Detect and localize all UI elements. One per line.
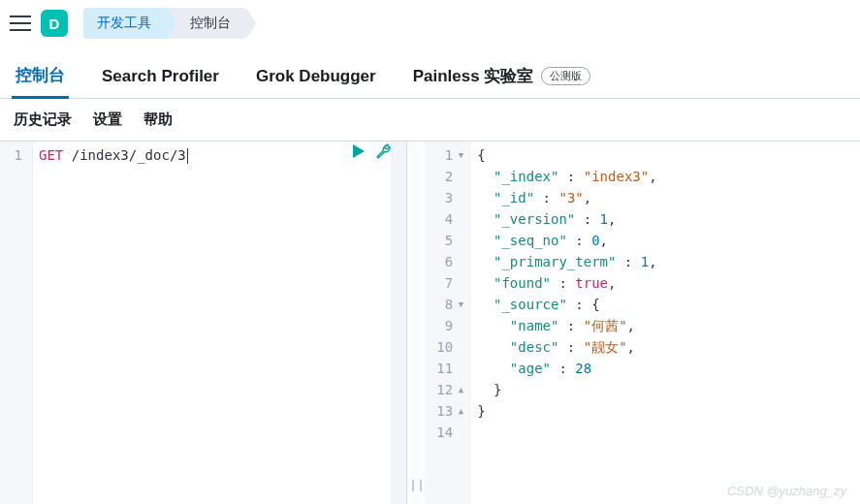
- beta-badge: 公测版: [541, 67, 590, 85]
- line-number: 1: [4, 144, 22, 166]
- code-line: "_id" : "3",: [477, 187, 854, 208]
- response-code[interactable]: { "_index" : "index3", "_id" : "3", "_ve…: [471, 142, 860, 504]
- line-number: 3: [429, 187, 467, 208]
- line-number: 11: [429, 358, 467, 379]
- code-line: "age" : 28: [477, 358, 854, 379]
- request-gutter: 1: [0, 142, 33, 504]
- line-number: 4: [429, 208, 467, 230]
- response-gutter: 1▼2345678▼9101112▲13▲14: [425, 142, 471, 504]
- breadcrumb-console[interactable]: 控制台: [167, 8, 246, 39]
- http-method: GET: [39, 147, 63, 163]
- app-badge[interactable]: D: [41, 10, 68, 37]
- top-bar: D 开发工具 控制台: [0, 0, 860, 47]
- code-line: "_source" : {: [477, 294, 854, 315]
- code-line: }: [477, 379, 854, 400]
- code-line: {: [477, 144, 854, 166]
- breadcrumb: 开发工具 控制台: [83, 8, 246, 39]
- request-path: /index3/_doc/3: [72, 147, 186, 163]
- subnav-help[interactable]: 帮助: [143, 110, 173, 129]
- tab-painless-lab-label: Painless 实验室: [413, 65, 534, 87]
- code-line: "name" : "何茜",: [477, 315, 854, 336]
- run-icon[interactable]: [352, 143, 366, 159]
- request-scrollbar[interactable]: [391, 142, 406, 504]
- breadcrumb-dev-tools[interactable]: 开发工具: [83, 8, 167, 39]
- code-line: "_seq_no" : 0,: [477, 230, 854, 251]
- request-pane[interactable]: 1 GET /index3/_doc/3: [0, 142, 407, 504]
- watermark: CSDN @yuzhang_zy: [727, 484, 846, 498]
- code-line: "_primary_term" : 1,: [477, 251, 854, 272]
- sub-nav: 历史记录 设置 帮助: [0, 99, 860, 141]
- code-line: "desc" : "靓女",: [477, 336, 854, 358]
- response-pane[interactable]: 1▼2345678▼9101112▲13▲14 { "_index" : "in…: [425, 142, 860, 504]
- line-number: 2: [429, 166, 467, 187]
- tab-grok-debugger[interactable]: Grok Debugger: [252, 57, 380, 96]
- request-code[interactable]: GET /index3/_doc/3: [33, 142, 391, 504]
- tab-bar: 控制台 Search Profiler Grok Debugger Painle…: [0, 54, 860, 99]
- line-number: 1▼: [429, 144, 467, 166]
- code-line: "_index" : "index3",: [477, 166, 854, 187]
- line-number: 9: [429, 315, 467, 336]
- line-number: 13▲: [429, 400, 467, 422]
- subnav-history[interactable]: 历史记录: [14, 110, 72, 129]
- line-number: 6: [429, 251, 467, 272]
- editor-container: 1 GET /index3/_doc/3 ❘❘ 1▼2345678▼910111…: [0, 141, 860, 504]
- line-number: 5: [429, 230, 467, 251]
- line-number: 10: [429, 336, 467, 358]
- code-line: }: [477, 400, 854, 422]
- hamburger-icon[interactable]: [10, 16, 31, 31]
- code-line: "found" : true,: [477, 272, 854, 294]
- line-number: 12▲: [429, 379, 467, 400]
- line-number: 8▼: [429, 294, 467, 315]
- tab-search-profiler[interactable]: Search Profiler: [98, 57, 223, 96]
- request-actions: [352, 143, 391, 159]
- code-line: [477, 422, 854, 443]
- code-line: "_version" : 1,: [477, 208, 854, 230]
- subnav-settings[interactable]: 设置: [93, 110, 122, 129]
- tab-console[interactable]: 控制台: [12, 54, 69, 99]
- pane-splitter[interactable]: ❘❘: [407, 142, 425, 504]
- line-number: 7: [429, 272, 467, 294]
- tab-painless-lab[interactable]: Painless 实验室 公测版: [409, 55, 595, 97]
- text-cursor: [187, 148, 188, 164]
- line-number: 14: [429, 422, 467, 443]
- wrench-icon[interactable]: [375, 143, 391, 159]
